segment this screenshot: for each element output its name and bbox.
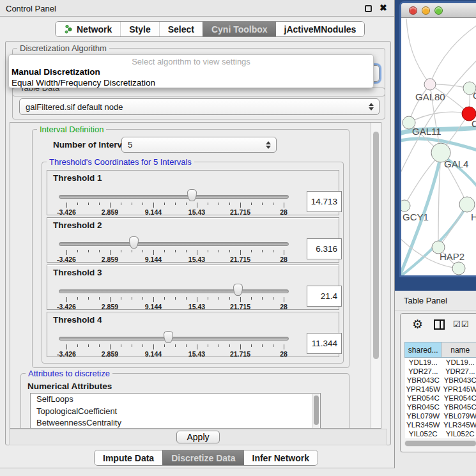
settings-vertical-scrollbar[interactable] — [371, 123, 381, 428]
slider-track[interactable] — [59, 195, 289, 199]
scrollbar-thumb[interactable] — [373, 132, 379, 359]
slider-tick — [229, 344, 230, 347]
table-cell[interactable]: YBR045C — [441, 403, 476, 411]
slider-thumb[interactable] — [129, 236, 139, 249]
slider-tick — [284, 250, 284, 255]
attribute-list-item[interactable]: TopologicalCoefficient — [31, 406, 320, 418]
slider-tick — [77, 344, 78, 347]
table-cell[interactable]: YBR045C — [405, 403, 441, 411]
cyni-bottom-tabs: Impute DataDiscretize DataInfer Network — [94, 450, 318, 466]
table-row[interactable]: YER054CYER054C — [405, 394, 476, 403]
table-cell[interactable]: YDL19... — [441, 358, 476, 367]
number-of-intervals-combobox[interactable]: 5 — [121, 137, 277, 153]
table-row[interactable]: YBR045CYBR045C — [405, 403, 476, 411]
numerical-attributes-label: Numerical Attributes — [27, 381, 112, 391]
table-cell[interactable]: YDR27... — [405, 367, 441, 376]
table-cell[interactable]: YBR043C — [405, 376, 441, 385]
slider-tick — [273, 250, 273, 252]
threshold-value-field[interactable]: 21.4 — [307, 286, 342, 307]
attributes-list-scrollbar[interactable] — [312, 394, 319, 429]
table-cell[interactable]: YPR145W — [405, 385, 441, 394]
threshold-value-field[interactable]: 14.713 — [307, 191, 342, 212]
dropdown-option-equal-width-frequency[interactable]: Equal Width/Frequency Discretization — [12, 78, 155, 88]
network-canvas[interactable]: GAL80GACGAL11GAL4GCY1HHAP2 — [401, 19, 476, 277]
slider-tick — [186, 203, 187, 205]
attribute-list-item[interactable]: SelfLoops — [31, 394, 320, 406]
table-row[interactable]: YBR043CYBR043C — [405, 376, 476, 385]
select-columns-checkboxes-icon[interactable]: ☑☑ — [453, 319, 469, 329]
slider-tick — [88, 344, 89, 347]
slider-tick — [240, 344, 241, 349]
slider-tick — [262, 344, 263, 347]
table-cell[interactable]: YLR345W — [405, 420, 441, 429]
tab-discretize-data[interactable]: Discretize Data — [162, 450, 243, 465]
table-cell[interactable]: YIL052C — [441, 429, 476, 438]
slider-tick — [110, 203, 111, 208]
scrollbar-thumb[interactable] — [314, 395, 319, 425]
table-cell[interactable]: YBL079W — [441, 411, 476, 420]
slider-tick — [121, 250, 121, 252]
network-edge[interactable] — [409, 112, 469, 123]
gear-icon[interactable]: ⚙ — [412, 318, 423, 330]
threshold-box-2: Threshold 2-3.4262.8599.14415.4321.71528… — [47, 217, 339, 263]
column-header-shared-name[interactable]: shared... — [405, 342, 441, 358]
tab-infer-network[interactable]: Infer Network — [244, 450, 318, 465]
dropdown-option-manual-discretization[interactable]: Manual Discretization — [12, 67, 100, 77]
tab-select[interactable]: Select — [159, 22, 203, 36]
close-traffic-light-icon[interactable] — [409, 6, 417, 15]
network-node[interactable] — [459, 197, 475, 212]
network-node[interactable] — [401, 200, 410, 211]
slider-thumb[interactable] — [233, 284, 243, 296]
minimize-traffic-light-icon[interactable] — [422, 6, 430, 15]
network-node[interactable] — [452, 262, 465, 275]
slider-tick — [99, 203, 100, 205]
table-row[interactable]: YDR27...YDR27... — [405, 367, 476, 376]
threshold-value-field[interactable]: 11.344 — [307, 333, 342, 354]
tab-cyni-toolbox[interactable]: Cyni Toolbox — [203, 22, 276, 36]
network-window-titlebar — [401, 3, 476, 18]
table-data-combobox[interactable]: galFiltered.sif default node — [19, 98, 380, 115]
table-row[interactable]: YBL079WYBL079W — [405, 411, 476, 420]
network-node[interactable] — [424, 79, 436, 90]
slider-tick-label: 2.859 — [96, 208, 124, 216]
slider-track[interactable] — [59, 337, 289, 341]
threshold-value-field[interactable]: 6.316 — [307, 238, 342, 259]
tab-impute-data[interactable]: Impute Data — [95, 450, 162, 465]
slider-thumb[interactable] — [187, 189, 197, 201]
slider-track[interactable] — [59, 289, 289, 293]
slider-tick — [273, 344, 273, 347]
apply-button[interactable]: Apply — [176, 431, 219, 443]
slider-tick-label: 15.43 — [183, 350, 211, 358]
zoom-traffic-light-icon[interactable] — [434, 6, 443, 15]
slider-tick — [229, 250, 230, 252]
close-window-icon[interactable]: ✖ — [380, 3, 387, 13]
tab-jactivemnodules[interactable]: jActiveMNodules — [276, 22, 365, 36]
table-cell[interactable]: YDL19... — [405, 358, 441, 367]
table-cell[interactable]: YPR145W — [441, 385, 476, 394]
table-cell[interactable]: YBR043C — [441, 376, 476, 385]
network-edge[interactable] — [406, 19, 430, 84]
table-cell[interactable]: YIL052C — [405, 429, 441, 438]
table-row[interactable]: YDL19...YDL19... — [405, 358, 476, 367]
table-row[interactable]: YLR345WYLR345W — [405, 420, 476, 429]
table-row[interactable]: YIL052CYIL052C — [405, 429, 476, 438]
columns-icon[interactable] — [434, 319, 445, 330]
apply-bar: Apply — [9, 429, 387, 445]
table-row[interactable]: YPR145WYPR145W — [405, 385, 476, 394]
table-horizontal-scrollbar[interactable] — [404, 440, 476, 447]
slider-thumb[interactable] — [164, 331, 173, 343]
scrollbar-thumb[interactable] — [405, 441, 476, 446]
tab-network[interactable]: Network — [56, 22, 120, 36]
column-header-name[interactable]: name — [441, 342, 476, 358]
slider-tick — [99, 297, 100, 300]
table-cell[interactable]: YDR27... — [441, 367, 476, 376]
table-cell[interactable]: YER054C — [405, 394, 441, 403]
table-cell[interactable]: YER054C — [441, 394, 476, 403]
network-edge[interactable] — [430, 24, 476, 84]
attribute-list-item[interactable]: BetweennessCentrality — [31, 417, 320, 429]
tab-style[interactable]: Style — [120, 22, 158, 36]
slider-track[interactable] — [59, 242, 289, 246]
table-cell[interactable]: YLR345W — [441, 420, 476, 429]
table-cell[interactable]: YBL079W — [405, 411, 441, 420]
float-window-icon[interactable] — [365, 5, 372, 12]
